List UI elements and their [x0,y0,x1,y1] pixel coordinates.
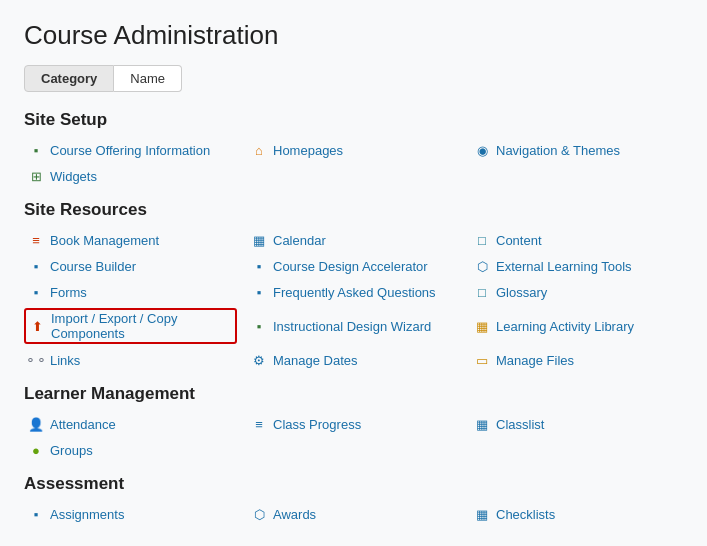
item-link[interactable]: Checklists [496,507,555,522]
section-title-assessment: Assessment [24,474,683,494]
item-icon: ⚙ [251,352,267,368]
item-link[interactable]: External Learning Tools [496,259,632,274]
item-link[interactable]: Classlist [496,417,544,432]
list-item[interactable]: ⚬⚬Links [24,350,237,370]
list-item[interactable]: ▪Course Builder [24,256,237,276]
list-item[interactable]: ▦Calendar [247,230,460,250]
item-icon: ▦ [474,318,490,334]
list-item[interactable]: ◉Navigation & Themes [470,140,683,160]
list-item[interactable]: ⌂Homepages [247,140,460,160]
item-icon: ⚬⚬ [28,352,44,368]
item-link[interactable]: Course Builder [50,259,136,274]
item-link[interactable]: Groups [50,443,93,458]
list-item[interactable]: ⬡Awards [247,504,460,524]
item-icon: ● [28,442,44,458]
item-icon: ⊞ [28,168,44,184]
item-link[interactable]: Awards [273,507,316,522]
list-item[interactable]: ≡Book Management [24,230,237,250]
item-icon: ▪ [28,142,44,158]
item-icon: ≡ [251,416,267,432]
list-item[interactable]: ▦Learning Activity Library [470,308,683,344]
list-item[interactable]: ▪Course Offering Information [24,140,237,160]
list-item[interactable]: ≡Class Progress [247,414,460,434]
list-item[interactable]: □Content [470,230,683,250]
list-item[interactable]: ▪Assignments [24,504,237,524]
item-icon: ◉ [474,142,490,158]
list-item[interactable]: ▪Forms [24,282,237,302]
item-link[interactable]: Manage Dates [273,353,358,368]
section-title-site-setup: Site Setup [24,110,683,130]
list-item[interactable]: ▪Frequently Asked Questions [247,282,460,302]
item-icon: ▪ [251,258,267,274]
item-link[interactable]: Homepages [273,143,343,158]
list-item[interactable]: ⚙Manage Dates [247,350,460,370]
item-link[interactable]: Learning Activity Library [496,319,634,334]
section-title-learner-management: Learner Management [24,384,683,404]
tab-category[interactable]: Category [24,65,114,92]
item-link[interactable]: Calendar [273,233,326,248]
item-icon: ▦ [251,232,267,248]
item-link[interactable]: Links [50,353,80,368]
tab-bar: Category Name [24,65,683,92]
item-icon: ⬡ [474,258,490,274]
section-grid: 👤Attendance≡Class Progress▦Classlist●Gro… [24,414,683,460]
item-icon: ⌂ [251,142,267,158]
list-item[interactable]: □Glossary [470,282,683,302]
item-link[interactable]: Import / Export / Copy Components [51,311,232,341]
list-item[interactable]: ▦Classlist [470,414,683,434]
section-grid: ▪Assignments⬡Awards▦Checklists [24,504,683,524]
item-icon: □ [474,232,490,248]
list-item[interactable]: ⊞Widgets [24,166,237,186]
item-icon: ▪ [28,284,44,300]
tab-name[interactable]: Name [114,65,182,92]
list-item[interactable]: ⬆Import / Export / Copy Components [24,308,237,344]
item-icon: □ [474,284,490,300]
item-link[interactable]: Course Design Accelerator [273,259,428,274]
item-link[interactable]: Book Management [50,233,159,248]
item-icon: ▪ [251,284,267,300]
item-icon: ▭ [474,352,490,368]
list-item[interactable]: ⬡External Learning Tools [470,256,683,276]
list-item[interactable]: ▪Instructional Design Wizard [247,308,460,344]
item-link[interactable]: Course Offering Information [50,143,210,158]
list-item[interactable]: ▦Checklists [470,504,683,524]
item-icon: ⬆ [29,318,45,334]
item-link[interactable]: Widgets [50,169,97,184]
item-link[interactable]: Class Progress [273,417,361,432]
item-link[interactable]: Frequently Asked Questions [273,285,436,300]
item-icon: ≡ [28,232,44,248]
item-link[interactable]: Manage Files [496,353,574,368]
item-link[interactable]: Navigation & Themes [496,143,620,158]
item-link[interactable]: Forms [50,285,87,300]
item-link[interactable]: Glossary [496,285,547,300]
section-grid: ≡Book Management▦Calendar□Content▪Course… [24,230,683,370]
item-icon: 👤 [28,416,44,432]
list-item[interactable]: ▭Manage Files [470,350,683,370]
item-link[interactable]: Content [496,233,542,248]
item-icon: ▪ [28,506,44,522]
list-item[interactable]: ●Groups [24,440,237,460]
item-icon: ▪ [251,318,267,334]
list-item[interactable]: 👤Attendance [24,414,237,434]
item-link[interactable]: Attendance [50,417,116,432]
item-icon: ⬡ [251,506,267,522]
list-item[interactable]: ▪Course Design Accelerator [247,256,460,276]
item-link[interactable]: Assignments [50,507,124,522]
item-icon: ▪ [28,258,44,274]
item-icon: ▦ [474,506,490,522]
section-title-site-resources: Site Resources [24,200,683,220]
section-grid: ▪Course Offering Information⌂Homepages◉N… [24,140,683,186]
page-title: Course Administration [24,20,683,51]
item-icon: ▦ [474,416,490,432]
item-link[interactable]: Instructional Design Wizard [273,319,431,334]
